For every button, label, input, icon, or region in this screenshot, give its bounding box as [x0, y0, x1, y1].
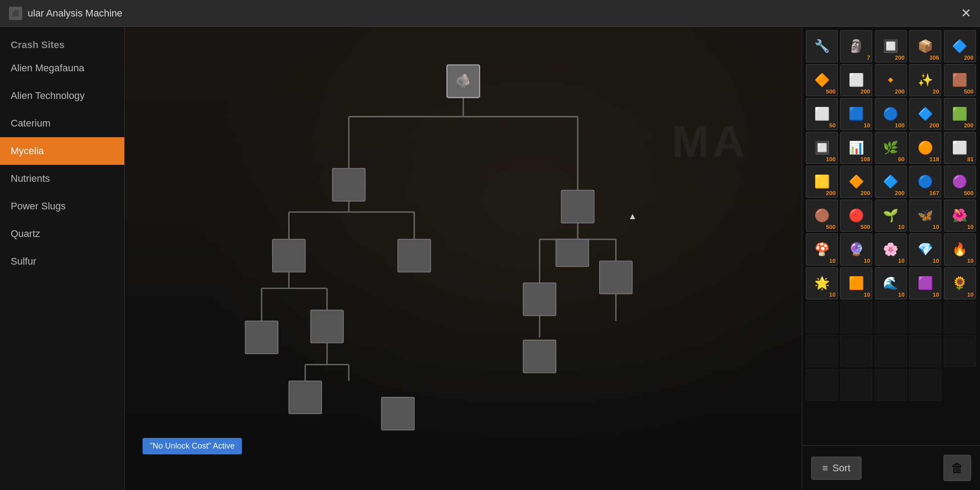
- inventory-slot[interactable]: 🌱10: [875, 200, 907, 232]
- sort-button[interactable]: ≡ Sort: [811, 457, 862, 480]
- inventory-slot[interactable]: 🌟10: [806, 267, 838, 299]
- inventory-slot[interactable]: 💎10: [909, 233, 941, 265]
- sidebar-item-caterium[interactable]: Caterium: [0, 110, 124, 137]
- inventory-slot[interactable]: 🔧: [806, 30, 838, 62]
- item-icon: 🌸: [883, 243, 898, 256]
- item-icon: 🍄: [814, 243, 830, 256]
- sidebar-item-alien-megafauna[interactable]: Alien Megafauna: [0, 54, 124, 82]
- svg-rect-35: [310, 310, 343, 343]
- item-icon: 🔧: [814, 40, 830, 53]
- inventory-slot: [944, 335, 976, 367]
- inventory-slot[interactable]: 🌊10: [875, 267, 907, 299]
- inventory-slot[interactable]: 🌿60: [875, 132, 907, 164]
- inventory-slot[interactable]: 🟫500: [944, 64, 976, 96]
- inventory-slot: [909, 301, 941, 333]
- inventory-slot[interactable]: 🔶200: [840, 166, 872, 198]
- item-icon: 🦋: [918, 209, 933, 222]
- sidebar-item-nutrients[interactable]: Nutrients: [0, 165, 124, 192]
- item-icon: ⬜: [849, 74, 864, 86]
- inventory-slot[interactable]: 🔵100: [875, 98, 907, 130]
- sidebar-item-alien-technology[interactable]: Alien Technology: [0, 82, 124, 110]
- inventory-slot[interactable]: ✨20: [909, 64, 941, 96]
- inventory-slot: [840, 335, 872, 367]
- inventory-slot[interactable]: ⬜50: [806, 98, 838, 130]
- sort-icon: ≡: [822, 462, 828, 474]
- inventory-slot: [806, 369, 838, 401]
- svg-rect-38: [289, 381, 321, 413]
- item-count: 200: [964, 54, 974, 61]
- svg-rect-33: [556, 239, 588, 266]
- inventory-slot[interactable]: 🔥10: [944, 233, 976, 265]
- svg-rect-37: [600, 261, 632, 294]
- item-count: 10: [829, 257, 836, 264]
- item-icon: 🔸: [883, 74, 898, 86]
- svg-rect-40: [381, 397, 414, 430]
- right-panel-bottom: ≡ Sort 🗑: [802, 445, 980, 490]
- inventory-slot: [840, 369, 872, 401]
- inventory-slot[interactable]: 🟣500: [944, 166, 976, 198]
- inventory-slot: [944, 301, 976, 333]
- close-button[interactable]: ✕: [961, 7, 971, 20]
- inventory-slot[interactable]: ⬜200: [840, 64, 872, 96]
- trash-button[interactable]: 🗑: [943, 455, 971, 481]
- inventory-slot: [875, 335, 907, 367]
- inventory-slot[interactable]: 🟦10: [840, 98, 872, 130]
- item-icon: ⬜: [952, 142, 968, 154]
- inventory-slot[interactable]: 🔮10: [840, 233, 872, 265]
- item-count: 10: [864, 122, 870, 129]
- svg-text:🪨: 🪨: [455, 73, 472, 89]
- inventory-slot[interactable]: 🔵167: [909, 166, 941, 198]
- inventory-slot[interactable]: 🟠118: [909, 132, 941, 164]
- item-icon: 🌺: [952, 209, 968, 222]
- inventory-slot[interactable]: 🔴500: [840, 200, 872, 232]
- inventory-slot[interactable]: 🌸10: [875, 233, 907, 265]
- inventory-slot[interactable]: 🍄10: [806, 233, 838, 265]
- item-count: 100: [895, 122, 905, 129]
- item-count: 10: [933, 224, 939, 230]
- sidebar-item-power-slugs[interactable]: Power Slugs: [0, 192, 124, 220]
- inventory-slot: [909, 369, 941, 401]
- inventory-slot[interactable]: 🟪10: [909, 267, 941, 299]
- inventory-slot[interactable]: 🗿7: [840, 30, 872, 62]
- inventory-slot[interactable]: 🔷200: [944, 30, 976, 62]
- inventory-slot[interactable]: 🔲100: [806, 132, 838, 164]
- window-icon: ⬛: [9, 7, 22, 20]
- inventory-slot[interactable]: 🟩200: [944, 98, 976, 130]
- sort-label: Sort: [833, 462, 850, 474]
- inventory-slot[interactable]: 🌻10: [944, 267, 976, 299]
- item-count: 167: [929, 190, 939, 196]
- inventory-slot[interactable]: 🟧10: [840, 267, 872, 299]
- item-icon: 🌿: [883, 142, 898, 154]
- sidebar: Crash Sites Alien MegafaunaAlien Technol…: [0, 27, 125, 490]
- inventory-slot[interactable]: 🌺10: [944, 200, 976, 232]
- inventory-slot[interactable]: 🔷200: [909, 98, 941, 130]
- item-icon: 🌻: [952, 277, 968, 290]
- svg-rect-29: [332, 168, 365, 201]
- inventory-slot[interactable]: ⬜81: [944, 132, 976, 164]
- item-icon: 🟨: [814, 176, 830, 188]
- sidebar-item-sulfur[interactable]: Sulfur: [0, 248, 124, 275]
- item-count: 10: [864, 257, 870, 264]
- center-content[interactable]: MA: [125, 27, 802, 490]
- item-count: 200: [861, 190, 870, 196]
- item-icon: 🟦: [849, 108, 864, 120]
- item-count: 10: [898, 224, 904, 230]
- inventory-slot[interactable]: 📊108: [840, 132, 872, 164]
- tree-diagram[interactable]: 🪨: [125, 27, 802, 490]
- inventory-slot[interactable]: 🔷200: [875, 166, 907, 198]
- inventory-slot[interactable]: 📦306: [909, 30, 941, 62]
- sidebar-item-mycelia[interactable]: Mycelia: [0, 137, 124, 165]
- inventory-grid: 🔧🗿7🔲200📦306🔷200🔶500⬜200🔸200✨20🟫500⬜50🟦10…: [802, 27, 980, 445]
- item-icon: 🟩: [952, 108, 968, 120]
- item-count: 500: [964, 88, 974, 95]
- inventory-slot[interactable]: 🟨200: [806, 166, 838, 198]
- item-icon: 🔴: [849, 209, 864, 222]
- inventory-slot[interactable]: 🔸200: [875, 64, 907, 96]
- inventory-slot[interactable]: 🟤500: [806, 200, 838, 232]
- item-icon: 🌊: [883, 277, 898, 290]
- inventory-slot: [909, 335, 941, 367]
- inventory-slot[interactable]: 🔲200: [875, 30, 907, 62]
- inventory-slot[interactable]: 🦋10: [909, 200, 941, 232]
- inventory-slot[interactable]: 🔶500: [806, 64, 838, 96]
- sidebar-item-quartz[interactable]: Quartz: [0, 220, 124, 248]
